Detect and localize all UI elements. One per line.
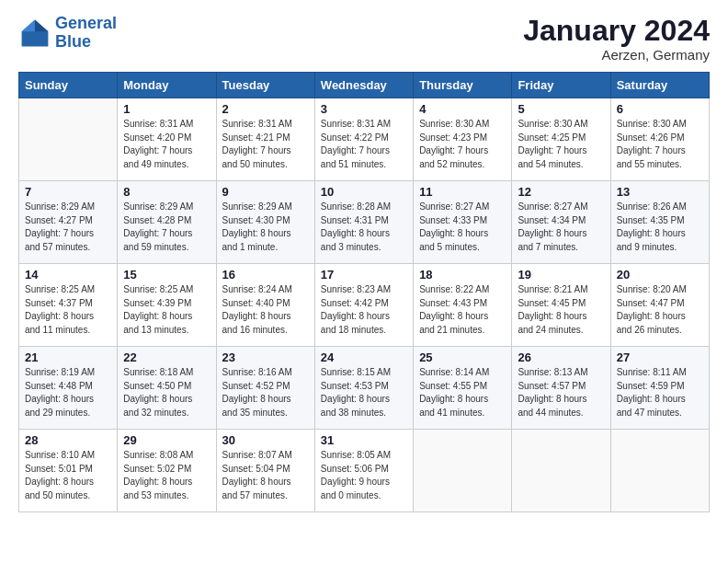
day-number: 17 — [321, 268, 407, 282]
day-number: 13 — [617, 185, 703, 199]
month-title: January 2024 — [523, 15, 710, 47]
calendar-cell: 25Sunrise: 8:14 AMSunset: 4:55 PMDayligh… — [414, 347, 512, 430]
calendar-cell — [512, 430, 610, 512]
logo: General Blue — [18, 15, 117, 52]
weekday-header-row: SundayMondayTuesdayWednesdayThursdayFrid… — [19, 73, 710, 98]
day-info: Sunrise: 8:19 AMSunset: 4:48 PMDaylight:… — [25, 366, 111, 419]
calendar-cell: 30Sunrise: 8:07 AMSunset: 5:04 PMDayligh… — [216, 430, 314, 512]
calendar-cell: 16Sunrise: 8:24 AMSunset: 4:40 PMDayligh… — [216, 264, 314, 347]
calendar-cell: 15Sunrise: 8:25 AMSunset: 4:39 PMDayligh… — [118, 264, 216, 347]
day-info: Sunrise: 8:05 AMSunset: 5:06 PMDaylight:… — [321, 449, 407, 502]
day-number: 10 — [321, 185, 407, 199]
day-number: 24 — [321, 350, 407, 364]
weekday-header-thursday: Thursday — [414, 73, 512, 98]
calendar-cell: 11Sunrise: 8:27 AMSunset: 4:33 PMDayligh… — [414, 181, 512, 264]
day-number: 20 — [617, 268, 703, 282]
calendar-cell: 26Sunrise: 8:13 AMSunset: 4:57 PMDayligh… — [512, 347, 610, 430]
day-number: 21 — [25, 350, 111, 364]
day-info: Sunrise: 8:16 AMSunset: 4:52 PMDaylight:… — [222, 366, 309, 419]
day-info: Sunrise: 8:28 AMSunset: 4:31 PMDaylight:… — [321, 201, 407, 254]
calendar-cell: 19Sunrise: 8:21 AMSunset: 4:45 PMDayligh… — [512, 264, 610, 347]
day-number: 15 — [123, 268, 210, 282]
day-info: Sunrise: 8:18 AMSunset: 4:50 PMDaylight:… — [123, 366, 210, 419]
day-info: Sunrise: 8:27 AMSunset: 4:33 PMDaylight:… — [419, 201, 506, 254]
calendar-cell: 3Sunrise: 8:31 AMSunset: 4:22 PMDaylight… — [314, 98, 413, 181]
day-number: 9 — [222, 185, 309, 199]
day-number: 29 — [123, 433, 210, 447]
weekday-header-wednesday: Wednesday — [314, 73, 413, 98]
day-number: 25 — [419, 350, 506, 364]
calendar-cell: 9Sunrise: 8:29 AMSunset: 4:30 PMDaylight… — [216, 181, 314, 264]
calendar-week-row: 21Sunrise: 8:19 AMSunset: 4:48 PMDayligh… — [19, 347, 710, 430]
calendar-cell — [414, 430, 512, 512]
svg-marker-1 — [35, 19, 48, 31]
day-number: 8 — [123, 185, 210, 199]
calendar-cell: 21Sunrise: 8:19 AMSunset: 4:48 PMDayligh… — [19, 347, 118, 430]
day-number: 5 — [518, 102, 604, 116]
calendar-week-row: 1Sunrise: 8:31 AMSunset: 4:20 PMDaylight… — [19, 98, 710, 181]
calendar-week-row: 28Sunrise: 8:10 AMSunset: 5:01 PMDayligh… — [19, 430, 710, 512]
day-info: Sunrise: 8:11 AMSunset: 4:59 PMDaylight:… — [617, 366, 703, 419]
day-number: 28 — [25, 433, 111, 447]
calendar-cell: 14Sunrise: 8:25 AMSunset: 4:37 PMDayligh… — [19, 264, 118, 347]
calendar-cell: 22Sunrise: 8:18 AMSunset: 4:50 PMDayligh… — [118, 347, 216, 430]
day-number: 26 — [518, 350, 604, 364]
day-info: Sunrise: 8:29 AMSunset: 4:30 PMDaylight:… — [222, 201, 309, 254]
day-info: Sunrise: 8:29 AMSunset: 4:27 PMDaylight:… — [25, 201, 111, 254]
day-number: 19 — [518, 268, 604, 282]
calendar-cell: 12Sunrise: 8:27 AMSunset: 4:34 PMDayligh… — [512, 181, 610, 264]
day-number: 30 — [222, 433, 309, 447]
day-info: Sunrise: 8:13 AMSunset: 4:57 PMDaylight:… — [518, 366, 604, 419]
calendar-cell: 27Sunrise: 8:11 AMSunset: 4:59 PMDayligh… — [610, 347, 709, 430]
logo-general: General — [55, 14, 117, 32]
calendar-cell: 28Sunrise: 8:10 AMSunset: 5:01 PMDayligh… — [19, 430, 118, 512]
calendar-cell — [610, 430, 709, 512]
calendar-cell: 5Sunrise: 8:30 AMSunset: 4:25 PMDaylight… — [512, 98, 610, 181]
day-info: Sunrise: 8:21 AMSunset: 4:45 PMDaylight:… — [518, 283, 604, 337]
calendar-week-row: 7Sunrise: 8:29 AMSunset: 4:27 PMDaylight… — [19, 181, 710, 264]
day-number: 3 — [321, 102, 407, 116]
day-info: Sunrise: 8:20 AMSunset: 4:47 PMDaylight:… — [617, 283, 703, 337]
calendar-table: SundayMondayTuesdayWednesdayThursdayFrid… — [18, 72, 710, 512]
header: General Blue January 2024 Aerzen, German… — [18, 15, 710, 63]
calendar-cell: 31Sunrise: 8:05 AMSunset: 5:06 PMDayligh… — [314, 430, 413, 512]
day-number: 2 — [222, 102, 309, 116]
day-number: 27 — [617, 350, 703, 364]
day-info: Sunrise: 8:24 AMSunset: 4:40 PMDaylight:… — [222, 283, 309, 337]
day-number: 6 — [617, 102, 703, 116]
calendar-cell: 24Sunrise: 8:15 AMSunset: 4:53 PMDayligh… — [314, 347, 413, 430]
day-number: 12 — [518, 185, 604, 199]
weekday-header-sunday: Sunday — [19, 73, 118, 98]
day-number: 1 — [123, 102, 210, 116]
day-number: 18 — [419, 268, 506, 282]
weekday-header-saturday: Saturday — [610, 73, 709, 98]
calendar-cell: 23Sunrise: 8:16 AMSunset: 4:52 PMDayligh… — [216, 347, 314, 430]
day-info: Sunrise: 8:30 AMSunset: 4:26 PMDaylight:… — [617, 118, 703, 171]
day-info: Sunrise: 8:07 AMSunset: 5:04 PMDaylight:… — [222, 449, 309, 502]
day-info: Sunrise: 8:30 AMSunset: 4:23 PMDaylight:… — [419, 118, 506, 171]
day-number: 16 — [222, 268, 309, 282]
day-info: Sunrise: 8:08 AMSunset: 5:02 PMDaylight:… — [123, 449, 210, 502]
svg-marker-2 — [22, 19, 35, 31]
weekday-header-friday: Friday — [512, 73, 610, 98]
day-info: Sunrise: 8:31 AMSunset: 4:20 PMDaylight:… — [123, 118, 210, 171]
calendar-cell: 6Sunrise: 8:30 AMSunset: 4:26 PMDaylight… — [610, 98, 709, 181]
day-info: Sunrise: 8:14 AMSunset: 4:55 PMDaylight:… — [419, 366, 506, 419]
title-block: January 2024 Aerzen, Germany — [523, 15, 710, 63]
day-number: 4 — [419, 102, 506, 116]
day-info: Sunrise: 8:15 AMSunset: 4:53 PMDaylight:… — [321, 366, 407, 419]
calendar-cell: 13Sunrise: 8:26 AMSunset: 4:35 PMDayligh… — [610, 181, 709, 264]
logo-blue: Blue — [55, 32, 91, 51]
calendar-cell: 29Sunrise: 8:08 AMSunset: 5:02 PMDayligh… — [118, 430, 216, 512]
day-info: Sunrise: 8:25 AMSunset: 4:37 PMDaylight:… — [25, 283, 111, 337]
calendar-cell: 20Sunrise: 8:20 AMSunset: 4:47 PMDayligh… — [610, 264, 709, 347]
day-info: Sunrise: 8:26 AMSunset: 4:35 PMDaylight:… — [617, 201, 703, 254]
weekday-header-monday: Monday — [118, 73, 216, 98]
day-info: Sunrise: 8:23 AMSunset: 4:42 PMDaylight:… — [321, 283, 407, 337]
calendar-cell — [19, 98, 118, 181]
day-info: Sunrise: 8:25 AMSunset: 4:39 PMDaylight:… — [123, 283, 210, 337]
day-info: Sunrise: 8:22 AMSunset: 4:43 PMDaylight:… — [419, 283, 506, 337]
day-number: 7 — [25, 185, 111, 199]
day-info: Sunrise: 8:30 AMSunset: 4:25 PMDaylight:… — [518, 118, 604, 171]
calendar-cell: 17Sunrise: 8:23 AMSunset: 4:42 PMDayligh… — [314, 264, 413, 347]
